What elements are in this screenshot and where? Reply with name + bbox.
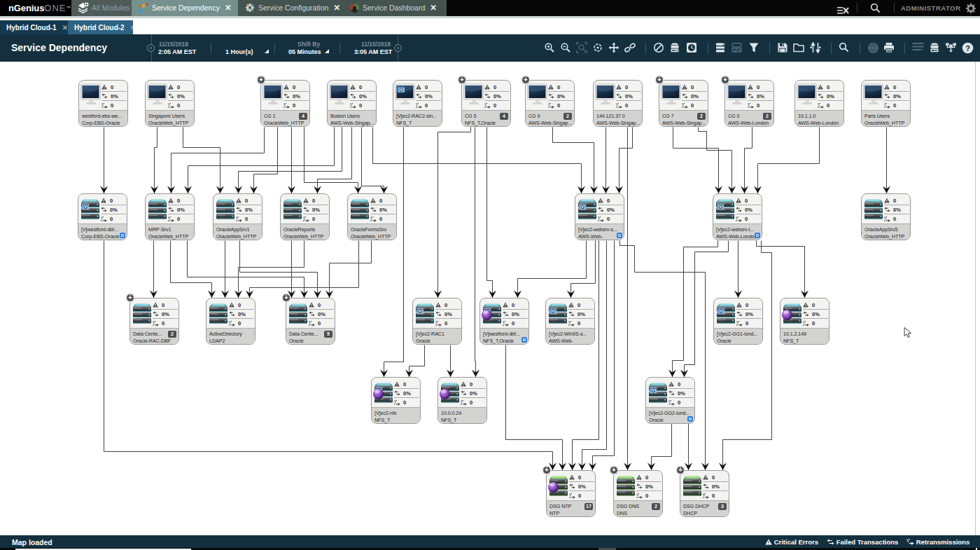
svg-text:?: ? [965,44,970,53]
